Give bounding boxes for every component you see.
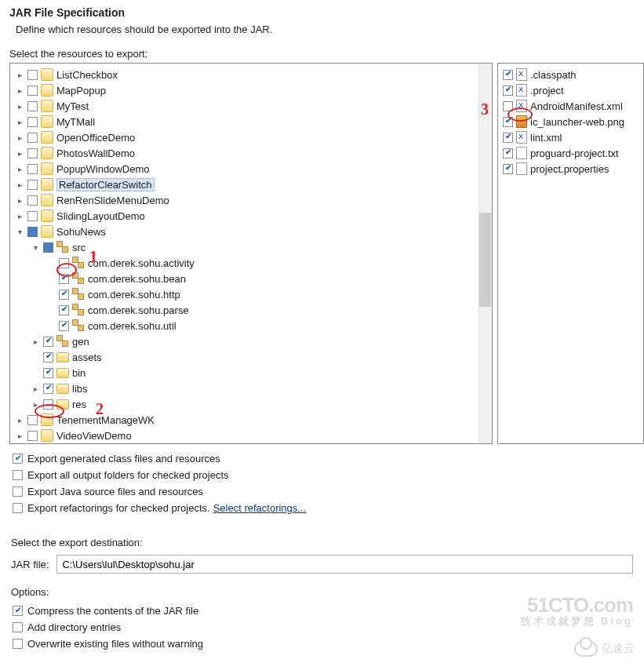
checkbox[interactable] xyxy=(27,86,38,96)
tree-item-label[interactable]: com.derek.sohu.bean xyxy=(88,273,186,285)
expand-icon[interactable]: ▸ xyxy=(15,164,24,173)
checkbox[interactable] xyxy=(13,486,23,497)
checkbox[interactable] xyxy=(27,70,38,80)
file-row[interactable]: .project xyxy=(501,82,640,98)
checkbox[interactable] xyxy=(13,470,23,480)
select-refactorings-link[interactable]: Select refactorings... xyxy=(213,502,307,514)
tree-row[interactable]: ▸libs xyxy=(15,381,492,396)
file-label[interactable]: proguard-project.txt xyxy=(530,148,619,159)
tree-row[interactable]: ▸VideoViewDemo xyxy=(15,428,492,443)
tree-item-label[interactable]: com.derek.sohu.parse xyxy=(88,304,189,316)
expand-icon[interactable]: ▸ xyxy=(31,399,40,409)
expand-icon[interactable]: ▸ xyxy=(15,133,24,142)
expand-icon[interactable]: ▸ xyxy=(15,101,24,111)
checkbox[interactable] xyxy=(13,622,23,632)
tree-item-label[interactable]: PopupWindowDemo xyxy=(56,163,150,175)
tree-row[interactable]: ▸ListCheckbox xyxy=(15,67,492,82)
tree-row[interactable]: ▾src xyxy=(15,239,492,255)
tree-item-label[interactable]: PhotosWallDemo xyxy=(56,148,135,159)
tree-item-label[interactable]: SohuNews xyxy=(56,226,106,238)
checkbox[interactable] xyxy=(13,454,23,464)
tree-row[interactable]: bin xyxy=(15,365,492,381)
checkbox[interactable] xyxy=(27,415,38,425)
tree-row[interactable]: ▾SohuNews xyxy=(15,224,492,239)
checkbox[interactable] xyxy=(503,101,513,111)
checkbox[interactable] xyxy=(503,86,513,96)
tree-item-label[interactable]: MyTMall xyxy=(56,116,95,128)
tree-item-label[interactable]: OpenOfficeDemo xyxy=(56,132,135,144)
checkbox[interactable] xyxy=(43,399,53,410)
expand-icon[interactable]: ▸ xyxy=(15,431,24,440)
expand-icon[interactable]: ▸ xyxy=(31,384,40,393)
checkbox[interactable] xyxy=(59,258,69,268)
tree-row[interactable]: ▸TenementManageWK xyxy=(15,412,492,428)
checkbox[interactable] xyxy=(43,337,53,347)
file-label[interactable]: ic_launcher-web.png xyxy=(530,116,624,128)
checkbox[interactable] xyxy=(27,101,38,111)
tree-row[interactable]: assets xyxy=(15,349,492,365)
tree-row[interactable]: com.derek.sohu.util xyxy=(15,318,492,333)
collapse-icon[interactable]: ▾ xyxy=(15,227,24,236)
tree-row[interactable]: ▸OpenOfficeDemo xyxy=(15,129,492,145)
tree-item-label[interactable]: MapPopup xyxy=(56,85,106,97)
checkbox[interactable] xyxy=(59,305,69,315)
tree-row[interactable]: com.derek.sohu.bean xyxy=(15,271,492,286)
tree-item-label[interactable]: VideoViewDemo xyxy=(56,430,132,442)
file-row[interactable]: proguard-project.txt xyxy=(501,145,640,161)
checkbox[interactable] xyxy=(27,431,38,441)
tree-row[interactable]: ▸PopupWindowDemo xyxy=(15,161,492,177)
tree-item-label[interactable]: libs xyxy=(72,383,88,395)
checkbox[interactable] xyxy=(13,606,23,616)
checkbox[interactable] xyxy=(27,211,38,221)
checkbox[interactable] xyxy=(59,321,69,331)
tree-row[interactable]: ▸SlidingLayoutDemo xyxy=(15,208,492,224)
checkbox[interactable] xyxy=(27,133,38,143)
checkbox[interactable] xyxy=(503,164,513,174)
tree-item-label[interactable]: ListCheckbox xyxy=(56,69,118,81)
file-label[interactable]: .project xyxy=(530,85,564,97)
checkbox[interactable] xyxy=(503,148,513,158)
resource-tree-pane[interactable]: ▸ListCheckbox▸MapPopup▸MyTest▸MyTMall▸Op… xyxy=(9,63,493,444)
file-list-pane[interactable]: .classpath.projectAndroidManifest.xmlic_… xyxy=(497,63,644,444)
tree-item-label[interactable]: TenementManageWK xyxy=(56,414,155,426)
checkbox[interactable] xyxy=(43,368,53,378)
checkbox[interactable] xyxy=(27,164,38,174)
file-row[interactable]: lint.xml xyxy=(501,129,640,145)
scrollbar-thumb[interactable] xyxy=(479,213,491,307)
checkbox[interactable] xyxy=(503,133,513,143)
file-row[interactable]: .classpath xyxy=(501,67,640,82)
checkbox[interactable] xyxy=(43,384,53,394)
tree-row[interactable]: ▸RefactorClearSwitch xyxy=(15,177,492,192)
checkbox[interactable] xyxy=(27,148,38,158)
tree-item-label[interactable]: com.derek.sohu.util xyxy=(88,320,176,332)
file-label[interactable]: project.properties xyxy=(530,163,609,175)
checkbox[interactable] xyxy=(27,195,38,206)
tree-row[interactable]: ▸MyTest xyxy=(15,98,492,114)
file-label[interactable]: lint.xml xyxy=(530,132,562,144)
collapse-icon[interactable]: ▾ xyxy=(31,242,40,252)
expand-icon[interactable]: ▸ xyxy=(31,337,40,346)
tree-row[interactable]: com.derek.sohu.http xyxy=(15,286,492,302)
checkbox[interactable] xyxy=(59,290,69,300)
expand-icon[interactable]: ▸ xyxy=(15,117,24,126)
checkbox[interactable] xyxy=(503,117,513,127)
expand-icon[interactable]: ▸ xyxy=(15,86,24,95)
file-label[interactable]: AndroidManifest.xml xyxy=(530,100,623,112)
file-row[interactable]: ic_launcher-web.png xyxy=(501,114,640,129)
scrollbar-track[interactable] xyxy=(478,64,492,443)
tree-row[interactable]: ▸MyTMall xyxy=(15,114,492,129)
expand-icon[interactable]: ▸ xyxy=(15,148,24,158)
tree-item-label[interactable]: assets xyxy=(72,352,102,363)
tree-item-label[interactable]: RenRenSlideMenuDemo xyxy=(56,195,169,206)
file-row[interactable]: project.properties xyxy=(501,161,640,177)
tree-row[interactable]: ▸MapPopup xyxy=(15,82,492,98)
expand-icon[interactable]: ▸ xyxy=(15,195,24,205)
tree-row[interactable]: ▸res xyxy=(15,396,492,412)
tree-item-label[interactable]: com.derek.sohu.activity xyxy=(88,257,195,269)
tree-item-label[interactable]: com.derek.sohu.http xyxy=(88,289,180,301)
tree-row[interactable]: com.derek.sohu.parse xyxy=(15,302,492,318)
tree-item-label[interactable]: bin xyxy=(72,367,86,379)
tree-row[interactable]: ▸gen xyxy=(15,333,492,349)
tree-row[interactable]: com.derek.sohu.activity xyxy=(15,255,492,271)
checkbox[interactable] xyxy=(27,227,38,237)
